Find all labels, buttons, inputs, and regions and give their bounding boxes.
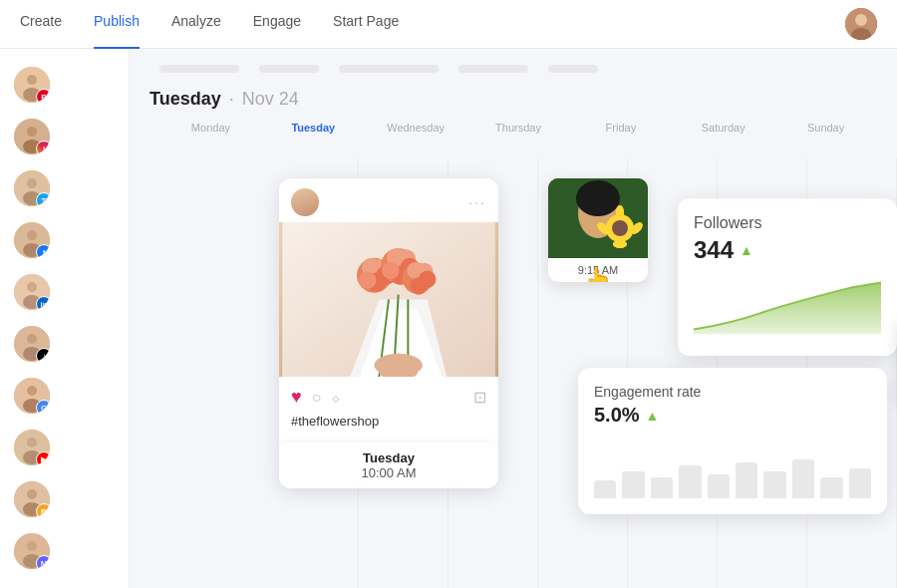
sidebar-item-instagram[interactable]: I: [0, 113, 129, 160]
grey-bar-3: [339, 65, 439, 73]
facebook-badge: f: [36, 244, 50, 258]
post-schedule: Tuesday 10:00 AM: [279, 442, 498, 488]
grey-bar-2: [259, 65, 319, 73]
grey-bar-1: [159, 65, 239, 73]
youtube-badge: ▶: [36, 451, 50, 465]
bar-9: [820, 477, 842, 498]
nav-create[interactable]: Create: [20, 0, 62, 49]
sidebar-item-pinterest[interactable]: P: [0, 61, 129, 109]
post-dots[interactable]: ···: [468, 194, 486, 210]
bar-2: [622, 471, 644, 498]
cal-friday: Friday: [569, 122, 672, 134]
date-dot: ·: [229, 89, 234, 110]
filter-icon[interactable]: ⬦: [331, 389, 341, 407]
sidebar-item-mastodon[interactable]: M: [0, 527, 129, 575]
cal-thursday: Thursday: [467, 122, 570, 134]
avatar-linkedin: in: [14, 274, 50, 310]
bar-3: [651, 477, 673, 498]
avatar-pinterest: P: [14, 67, 50, 103]
bar-8: [792, 459, 814, 498]
pinterest-badge: P: [36, 89, 50, 103]
cal-wednesday: Wednesday: [365, 122, 467, 134]
svg-point-10: [27, 178, 37, 188]
post-card[interactable]: ···: [279, 178, 498, 488]
date-header: Tuesday · Nov 24: [150, 89, 877, 110]
avatar-facebook: f: [14, 222, 50, 258]
sidebar-item-google[interactable]: G: [0, 372, 129, 420]
svg-point-56: [410, 277, 427, 294]
svg-rect-58: [379, 358, 418, 377]
content-area: Tuesday · Nov 24 Monday Tuesday Wednesda…: [130, 49, 897, 588]
grey-bar-5: [548, 65, 598, 73]
avatar-mastodon: M: [14, 533, 50, 569]
svg-point-1: [855, 14, 867, 26]
svg-point-22: [27, 386, 37, 396]
mastodon-badge: M: [36, 555, 50, 569]
avatar-google: G: [14, 378, 50, 414]
followers-title: Followers: [694, 214, 881, 232]
top-bars: [159, 65, 877, 73]
tiktok-badge: ♪: [36, 348, 50, 362]
nav-start-page[interactable]: Start Page: [333, 0, 399, 49]
sidebar-item-youtube[interactable]: ▶: [0, 424, 129, 471]
date-day: Tuesday: [150, 89, 221, 110]
nav-publish[interactable]: Publish: [94, 0, 140, 49]
sunflower-card[interactable]: 9:15 AM 👆: [548, 178, 648, 282]
post-actions: ♥ ○ ⬦ ⊡: [291, 387, 486, 408]
svg-point-45: [359, 271, 376, 288]
bar-6: [736, 462, 757, 498]
engagement-bar-chart: [594, 439, 871, 498]
svg-point-19: [27, 334, 37, 344]
heart-icon[interactable]: ♥: [291, 387, 302, 408]
buffer-badge: B: [36, 503, 50, 517]
avatar-twitter: T: [14, 170, 50, 206]
avatar-tiktok: ♪: [14, 326, 50, 362]
cursor-hand-icon: 👆: [585, 266, 612, 282]
bar-5: [708, 474, 730, 498]
svg-point-25: [27, 438, 37, 447]
comment-icon[interactable]: ○: [312, 389, 322, 407]
calendar-day-headers: Monday Tuesday Wednesday Thursday Friday…: [150, 122, 877, 134]
svg-point-7: [27, 127, 37, 137]
post-avatar: [291, 188, 319, 216]
user-avatar[interactable]: [845, 8, 877, 40]
engagement-rate: 5.0% ▲: [594, 404, 871, 427]
post-tag: #theflowershop: [291, 414, 486, 429]
avatar-instagram: I: [14, 119, 50, 154]
svg-point-61: [576, 180, 620, 216]
bookmark-icon[interactable]: ⊡: [473, 388, 486, 407]
post-schedule-time: 10:00 AM: [295, 465, 482, 480]
svg-point-31: [27, 541, 37, 551]
svg-point-4: [27, 75, 37, 85]
sidebar-item-twitter[interactable]: T: [0, 164, 129, 212]
svg-point-51: [382, 262, 399, 279]
sidebar: P I: [0, 49, 130, 588]
main-layout: P I: [0, 49, 897, 588]
post-footer: ♥ ○ ⬦ ⊡ #theflowershop: [279, 377, 498, 439]
cal-saturday: Saturday: [672, 122, 774, 134]
cal-tuesday: Tuesday: [262, 122, 365, 134]
linkedin-badge: in: [36, 296, 50, 310]
post-image: [279, 222, 498, 377]
nav-analyze[interactable]: Analyze: [171, 0, 221, 49]
bar-4: [679, 465, 701, 498]
svg-point-16: [27, 282, 37, 292]
svg-point-68: [616, 205, 624, 219]
nav-engage[interactable]: Engage: [253, 0, 301, 49]
sidebar-item-linkedin[interactable]: in: [0, 268, 129, 316]
followers-number: 344: [694, 236, 734, 264]
engagement-trend-icon: ▲: [646, 408, 660, 424]
svg-point-70: [613, 240, 627, 248]
followers-chart: [694, 276, 881, 336]
sidebar-item-buffer[interactable]: B: [0, 475, 129, 523]
engagement-title: Engagement rate: [594, 384, 871, 400]
engagement-card: Engagement rate 5.0% ▲: [578, 368, 887, 514]
instagram-badge: I: [36, 141, 50, 154]
cal-sunday: Sunday: [774, 122, 877, 134]
sidebar-item-tiktok[interactable]: ♪: [0, 320, 129, 368]
sidebar-item-facebook[interactable]: f: [0, 216, 129, 264]
grey-bar-4: [458, 65, 528, 73]
svg-point-13: [27, 230, 37, 240]
cal-monday: Monday: [159, 122, 262, 134]
svg-point-28: [27, 489, 37, 499]
